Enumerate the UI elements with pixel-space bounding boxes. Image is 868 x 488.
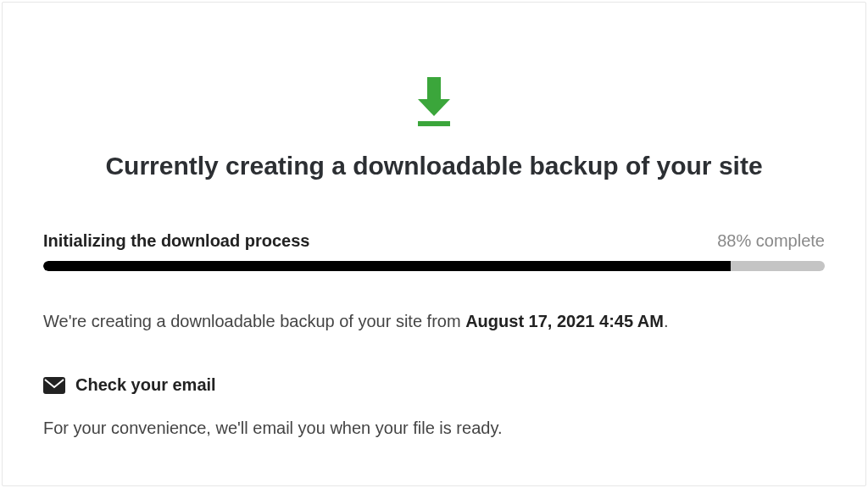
- svg-rect-3: [43, 377, 65, 394]
- mail-icon: [43, 377, 65, 394]
- svg-rect-2: [418, 121, 450, 126]
- page-title: Currently creating a downloadable backup…: [43, 152, 825, 180]
- backup-timestamp: August 17, 2021 4:45 AM: [465, 312, 664, 330]
- email-heading-row: Check your email: [43, 375, 825, 395]
- svg-rect-0: [427, 77, 441, 99]
- backup-description: We're creating a downloadable backup of …: [43, 312, 825, 331]
- svg-marker-1: [418, 99, 450, 116]
- backup-description-suffix: .: [664, 312, 669, 330]
- progress-percent-label: 88% complete: [717, 231, 825, 251]
- backup-description-prefix: We're creating a downloadable backup of …: [43, 312, 465, 330]
- download-icon-wrap: [43, 77, 825, 128]
- progress-bar: [43, 261, 825, 271]
- progress-bar-fill: [43, 261, 731, 271]
- download-icon: [413, 77, 455, 128]
- progress-header: Initializing the download process 88% co…: [43, 231, 825, 251]
- email-heading: Check your email: [75, 375, 216, 395]
- email-note: For your convenience, we'll email you wh…: [43, 419, 825, 438]
- progress-status-label: Initializing the download process: [43, 231, 309, 251]
- backup-progress-card: Currently creating a downloadable backup…: [2, 2, 866, 486]
